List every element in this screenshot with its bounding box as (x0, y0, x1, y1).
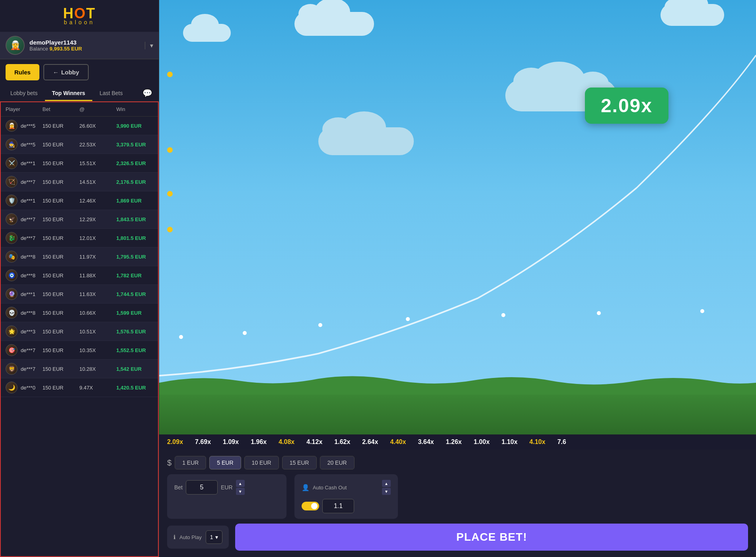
game-area: 2.09x 2.09x7.69x1.09x1.96x4.08x4.12x1.62… (159, 0, 756, 557)
bet-cell: 150 EUR (43, 273, 80, 278)
preset-15eur[interactable]: 15 EUR (282, 456, 317, 469)
strip-multiplier: 7.6 (557, 438, 566, 446)
chat-icon[interactable]: 💬 (139, 85, 156, 101)
bet-cell: 150 EUR (43, 329, 80, 335)
person-icon: 👤 (302, 484, 310, 491)
chart-dot-6 (597, 311, 601, 315)
bet-down-button[interactable]: ▼ (236, 488, 245, 495)
tab-last-bets[interactable]: Last Bets (92, 85, 130, 101)
rules-button[interactable]: Rules (6, 64, 39, 80)
dollar-icon: $ (167, 458, 171, 467)
profile-bar: 🧝 demoPlayer1143 Balance 9,993.55 EUR ▾ (0, 32, 159, 59)
bottom-controls: $ 1 EUR 5 EUR 10 EUR 15 EUR 20 EUR Bet E… (159, 450, 756, 557)
place-bet-button[interactable]: PLACE BET! (235, 524, 748, 551)
player-cell: 🌟 de***3 (6, 325, 43, 337)
table-row: 🐉 de***7 150 EUR 12.01X 1,801.5 EUR (1, 229, 158, 247)
player-avatar: 🧙 (6, 138, 18, 150)
cloud-2 (294, 12, 374, 36)
currency-label: EUR (221, 484, 233, 491)
chart-curve (159, 0, 756, 387)
cashout-up-button[interactable]: ▲ (382, 480, 391, 487)
ground-area (159, 387, 756, 434)
win-cell: 1,744.5 EUR (116, 291, 153, 297)
player-avatar: 🦁 (6, 363, 18, 375)
strip-multiplier: 1.09x (223, 438, 239, 446)
multiplier-cell: 9.47X (80, 385, 117, 391)
bet-spinners: ▲ ▼ (236, 480, 245, 495)
win-cell: 1,782 EUR (116, 273, 153, 278)
tab-top-winners[interactable]: Top Winners (45, 85, 93, 101)
auto-play-select[interactable]: 1 ▾ (206, 530, 223, 544)
tab-lobby-bets[interactable]: Lobby bets (3, 85, 45, 101)
player-cell: 🧝 de***5 (6, 120, 43, 132)
player-cell: 🧙 de***5 (6, 138, 43, 150)
player-name: de***8 (21, 273, 35, 278)
lobby-back-icon: ← (53, 69, 59, 76)
yellow-dot-4 (167, 227, 173, 232)
player-cell: 🐉 de***7 (6, 232, 43, 244)
preset-1eur[interactable]: 1 EUR (175, 456, 206, 469)
strip-multiplier: 1.96x (251, 438, 267, 446)
preset-20eur[interactable]: 20 EUR (320, 456, 355, 469)
player-name: de***5 (21, 142, 35, 148)
win-cell: 3,379.5 EUR (116, 142, 153, 148)
player-avatar: 🛡️ (6, 195, 18, 206)
auto-cashout-toggle[interactable] (302, 502, 319, 510)
chart-dot-2 (243, 331, 247, 335)
player-name: de***5 (21, 123, 35, 129)
win-cell: 1,795.5 EUR (116, 254, 153, 260)
strip-multiplier: 3.64x (418, 438, 434, 446)
logo: HOT (63, 6, 95, 21)
player-avatar: ⚔️ (6, 157, 18, 169)
bet-cell: 150 EUR (43, 310, 80, 316)
avatar: 🧝 (6, 36, 25, 55)
strip-multiplier: 4.40x (390, 438, 406, 446)
player-name: de***8 (21, 310, 35, 316)
bet-input[interactable] (186, 480, 218, 495)
bet-up-button[interactable]: ▲ (236, 480, 245, 487)
player-name: de***7 (21, 235, 35, 241)
multiplier-cell: 11.63X (80, 291, 117, 297)
player-cell: ⚔️ de***1 (6, 157, 43, 169)
toggle-knob (311, 503, 318, 509)
bet-cell: 150 EUR (43, 198, 80, 204)
bet-input-row: Bet EUR ▲ ▼ (174, 480, 279, 495)
player-cell: 💀 de***8 (6, 307, 43, 319)
info-icon[interactable]: ℹ (173, 534, 175, 540)
preset-10eur[interactable]: 10 EUR (244, 456, 279, 469)
bet-cell: 150 EUR (43, 385, 80, 391)
table-row: 🧙 de***5 150 EUR 22.53X 3,379.5 EUR (1, 135, 158, 154)
player-avatar: 🧿 (6, 269, 18, 281)
player-avatar: 🌟 (6, 325, 18, 337)
strip-multiplier: 7.69x (195, 438, 211, 446)
preset-5eur[interactable]: 5 EUR (209, 456, 241, 469)
multiplier-value: 2.09x (601, 95, 653, 116)
table-row: 🌙 de***0 150 EUR 9.47X 1,420.5 EUR (1, 378, 158, 397)
table-row: 🛡️ de***1 150 EUR 12.46X 1,869 EUR (1, 191, 158, 210)
cashout-down-button[interactable]: ▼ (382, 488, 391, 495)
cashout-input[interactable] (322, 499, 354, 513)
bet-cell: 150 EUR (43, 179, 80, 185)
bets-table: Player Bet @ Win 🧝 de***5 150 EUR 26.60X… (0, 101, 159, 557)
controls-row: Bet EUR ▲ ▼ 👤 Auto Cash Out ▲ ▼ (167, 474, 748, 519)
bet-cell: 150 EUR (43, 160, 80, 166)
chart-dot-4 (406, 317, 410, 321)
auto-cashout-title: Auto Cash Out (313, 485, 347, 491)
table-row: 🏹 de***7 150 EUR 14.51X 2,176.5 EUR (1, 173, 158, 191)
win-cell: 1,542 EUR (116, 366, 153, 372)
yellow-dot-3 (167, 191, 173, 197)
strip-multiplier: 2.64x (362, 438, 378, 446)
lobby-button[interactable]: ← Lobby (43, 64, 89, 80)
strip-multiplier: 4.08x (279, 438, 294, 446)
profile-dropdown-arrow[interactable]: ▾ (145, 42, 153, 49)
profile-balance: Balance 9,993.55 EUR (29, 46, 145, 52)
multiplier-cell: 10.35X (80, 347, 117, 353)
action-buttons: Rules ← Lobby (0, 59, 159, 85)
bet-cell: 150 EUR (43, 291, 80, 297)
player-cell: 🛡️ de***1 (6, 195, 43, 206)
player-name: de***0 (21, 385, 35, 391)
bet-cell: 150 EUR (43, 123, 80, 129)
multiplier-cell: 10.28X (80, 366, 117, 372)
multiplier-cell: 26.60X (80, 123, 117, 129)
bet-label: Bet (174, 484, 183, 491)
